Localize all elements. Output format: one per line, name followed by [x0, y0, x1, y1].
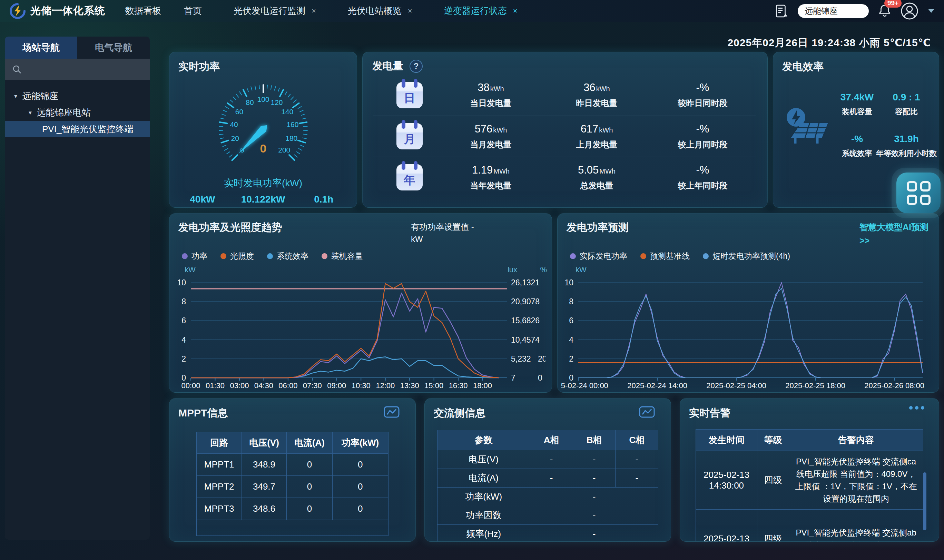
sidebar-tab[interactable]: 场站导航: [5, 37, 77, 58]
svg-text:2025-02-25 04:00: 2025-02-25 04:00: [706, 381, 766, 390]
svg-text:0: 0: [260, 142, 266, 155]
table-row: MPPT2349.700: [197, 476, 388, 498]
column-header: 电流(A): [287, 432, 332, 454]
energy-row: 年1.19MWh当年发电量5.05MWh总发电量-%较上年同时段: [373, 157, 756, 198]
nav-tab[interactable]: 光伏发电运行监测×: [234, 5, 316, 17]
sidebar-search[interactable]: [5, 58, 150, 80]
alarm-scrollbar[interactable]: [923, 472, 926, 530]
app-logo-icon: [10, 3, 26, 19]
help-icon[interactable]: ?: [409, 60, 423, 73]
legend-item[interactable]: 预测基准线: [640, 251, 690, 262]
svg-text:6: 6: [569, 316, 573, 325]
table-row: MPPT3348.600: [197, 498, 388, 520]
svg-text:80: 80: [246, 98, 254, 106]
nav-menu-item[interactable]: 数据看板: [125, 5, 161, 17]
tree-caret-icon: ▼: [28, 110, 33, 115]
table-row: 频率(Hz)-: [437, 525, 658, 542]
table-cell: -: [530, 450, 573, 469]
efficiency-grid: 37.4kW装机容量0.9 : 1容配比-%系统效率31.9h年等效利用小时数: [838, 92, 937, 159]
legend-item[interactable]: 系统效率: [267, 251, 309, 262]
legend-item[interactable]: 短时发电功率预测(4h): [703, 251, 790, 262]
dashboard-root: 光储一体化系统 数据看板首页 光伏发电运行监测×光伏电站概览×逆变器运行状态× …: [0, 0, 944, 560]
more-options-icon[interactable]: [909, 406, 924, 409]
table-cell: 348.9: [241, 454, 286, 476]
table-cell: 电压(V): [437, 450, 530, 469]
legend-item[interactable]: 实际发电功率: [570, 251, 627, 262]
legend-item[interactable]: 装机容量: [321, 251, 363, 262]
efficiency-stat: 0.9 : 1容配比: [876, 92, 937, 117]
station-tree: ▼远能锦座▼远能锦座电站PVI_智能光伏监控终端: [5, 80, 150, 137]
svg-text:7: 7: [511, 373, 515, 382]
table-cell: 功率因数: [437, 506, 530, 525]
alarm-row: 2025-02-13 14:30:00四级PVI_智能光伏监控终端 交流侧ca线…: [696, 451, 923, 510]
svg-text:10: 10: [177, 278, 186, 287]
alarm-table-viewport: 发生时间等级告警内容2025-02-13 14:30:00四级PVI_智能光伏监…: [696, 429, 923, 542]
nav-menu-item[interactable]: 首页: [184, 5, 202, 17]
notifications[interactable]: 99+: [878, 4, 891, 18]
trend-chart: 024681026,132120,907815,682610,45745,232…: [173, 276, 546, 392]
panel-title: 发电功率预测: [567, 220, 629, 235]
alarm-table: 发生时间等级告警内容2025-02-13 14:30:00四级PVI_智能光伏监…: [696, 429, 923, 542]
column-header: C相: [615, 430, 658, 450]
column-header: A相: [530, 430, 573, 450]
svg-text:2: 2: [181, 354, 186, 363]
alarm-level: 四级: [757, 510, 789, 542]
svg-text:2025-02-25 18:00: 2025-02-25 18:00: [785, 381, 845, 390]
line-chart-icon[interactable]: [384, 406, 400, 419]
tab-close-icon[interactable]: ×: [513, 6, 518, 15]
top-navbar: 光储一体化系统 数据看板首页 光伏发电运行监测×光伏电站概览×逆变器运行状态× …: [0, 0, 944, 22]
svg-text:160: 160: [286, 120, 298, 128]
energy-row: 月576kWh当月发电量617kWh上月发电量-%较上月同时段: [373, 115, 756, 157]
nav-tabs: 光伏发电运行监测×光伏电站概览×逆变器运行状态×: [234, 5, 518, 17]
forecast-legend: 实际发电功率预测基准线短时发电功率预测(4h): [570, 251, 790, 262]
sidebar-tab[interactable]: 电气导航: [77, 37, 150, 58]
table-row: MPPT1348.900: [197, 454, 388, 476]
energy-stat: 1.19MWh当年发电量: [438, 164, 544, 191]
tree-node[interactable]: ▼远能锦座: [5, 88, 150, 104]
site-search: [798, 4, 869, 18]
svg-text:180: 180: [285, 134, 297, 142]
tree-node[interactable]: PVI_智能光伏监控终端: [5, 121, 150, 137]
report-icon[interactable]: [776, 4, 788, 18]
ai-forecast-link[interactable]: 智慧大模型AI预测 >>: [859, 220, 929, 248]
tab-close-icon[interactable]: ×: [312, 6, 316, 15]
column-header: 告警内容: [789, 429, 923, 451]
efficiency-stat: -%系统效率: [838, 134, 876, 159]
table-cell: 0: [332, 454, 388, 476]
panel-title: 实时功率: [169, 52, 357, 74]
user-menu-caret-icon[interactable]: [928, 9, 934, 13]
nav-tab[interactable]: 逆变器运行状态×: [444, 5, 518, 17]
table-row: 功率因数-: [437, 506, 658, 525]
ac-info-card: 交流侧信息 参数A相B相C相电压(V)---电流(A)---功率(kW)-功率因…: [424, 398, 671, 542]
svg-text:2025-02-24 14:00: 2025-02-24 14:00: [627, 381, 687, 390]
nav-tab[interactable]: 光伏电站概览×: [348, 5, 412, 17]
y-axis-unit: kW: [184, 265, 196, 274]
site-search-input[interactable]: [804, 6, 863, 16]
panel-title: 发电效率: [773, 52, 939, 74]
table-cell: 电流(A): [437, 469, 530, 488]
tree-caret-icon: ▼: [13, 93, 18, 99]
forecast-chart: 02468102025-02-24 00:002025-02-24 14:002…: [561, 276, 933, 392]
table-row: [197, 520, 388, 536]
svg-text:10,4574: 10,4574: [511, 335, 540, 345]
svg-text:03:00: 03:00: [230, 381, 249, 390]
svg-text:26,1321: 26,1321: [511, 278, 540, 287]
y-axis-unit: kW: [575, 265, 587, 274]
efficiency-stat: 31.9h年等效利用小时数: [876, 134, 937, 159]
svg-text:15,6826: 15,6826: [511, 316, 540, 325]
tree-node[interactable]: ▼远能锦座电站: [5, 104, 150, 121]
gauge-stat: 40kW额定输出功率: [172, 194, 233, 208]
legend-item[interactable]: 光照度: [220, 251, 254, 262]
svg-text:140: 140: [281, 108, 293, 115]
avatar-icon[interactable]: [901, 2, 918, 20]
table-row: 功率(kW)-: [437, 488, 658, 506]
legend-item[interactable]: 功率: [182, 251, 208, 262]
energy-stat: 36kWh昨日发电量: [544, 82, 650, 109]
calendar-icon: 日: [397, 82, 423, 108]
tab-close-icon[interactable]: ×: [408, 6, 412, 15]
line-chart-icon[interactable]: [639, 406, 655, 419]
quick-menu-button[interactable]: [896, 172, 941, 213]
table-cell: 348.6: [241, 498, 286, 520]
table-cell: -: [573, 450, 615, 469]
svg-text:4: 4: [569, 335, 573, 345]
